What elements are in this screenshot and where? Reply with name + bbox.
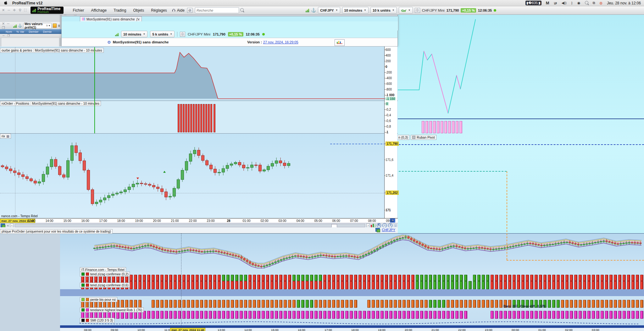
- indicator-bar: [310, 300, 313, 308]
- chart-icon[interactable]: [115, 32, 119, 36]
- indicator-chip[interactable]: SMI (120 3 5 3): [80, 318, 114, 323]
- zoom-out-icon[interactable]: −: [382, 223, 387, 228]
- indicator-bar: [138, 300, 142, 308]
- indicator-bar: [561, 281, 564, 289]
- dashed-navy-level-line[interactable]: [399, 144, 644, 145]
- indicator-bar: [526, 275, 529, 281]
- symbol-dropdown[interactable]: CHFJPY▼: [318, 7, 340, 14]
- feed-label: nance.com - Temps Réel: [0, 214, 39, 218]
- malwarebytes-icon[interactable]: M: [546, 1, 549, 5]
- indicator-bar: [482, 275, 485, 281]
- info-icon[interactable]: ⓘ: [415, 8, 420, 13]
- app-status-icon[interactable]: ▮�835;▮: [525, 1, 541, 5]
- axis-tick: -0,4: [386, 113, 391, 117]
- legend-chip-ruban-pivot[interactable]: Ruban Pivot: [411, 135, 436, 140]
- menu-item-1[interactable]: Affichage: [91, 8, 107, 13]
- backtest-chart-icon[interactable]: [370, 223, 375, 228]
- indicator-bar: [288, 275, 291, 281]
- watchlist-column[interactable]: Dernie: [43, 30, 52, 33]
- symbol-link[interactable]: CHFJPY: [382, 228, 395, 232]
- bt-units-dropdown[interactable]: 5 k unités▼: [150, 31, 175, 37]
- bt-info-icon[interactable]: ⓘ: [180, 32, 185, 37]
- watchlist-selector[interactable]: Mes valeurs préfé(1)5▼: [23, 23, 52, 29]
- hamburger-icon[interactable]: ≡: [58, 24, 60, 28]
- chart-scrollbar[interactable]: « ‹ › ⇱ − + ⍗: [0, 223, 398, 228]
- time-tick: 10:00: [137, 328, 145, 331]
- watchlist-column[interactable]: Dernier: [29, 30, 38, 33]
- popout-icon[interactable]: [375, 228, 380, 232]
- menu-item-aide[interactable]: Aide: [172, 8, 185, 13]
- units-dropdown[interactable]: 10 k unités▼: [370, 7, 397, 14]
- watchlist-window-controls[interactable]: ✕ ─ ❐: [2, 22, 12, 30]
- zoom-select-icon[interactable]: ⇱: [377, 223, 381, 228]
- menu-item-3[interactable]: Objets: [133, 8, 144, 13]
- equity-chart-button[interactable]: [335, 39, 345, 46]
- menu-item-2[interactable]: Trading: [114, 8, 126, 13]
- indicator-bar: [209, 281, 212, 289]
- watchlist-header-row[interactable]: Nom% VarDernierDernie: [0, 29, 64, 34]
- pane-separator[interactable]: [397, 119, 644, 119]
- chart-style-dropdown[interactable]: ▼: [399, 7, 413, 14]
- menubar-clock[interactable]: Jeu. 28 nov. à 12:06: [607, 1, 641, 5]
- search-icon[interactable]: [240, 8, 244, 12]
- indicator-chip[interactable]: tendance highest lowest Rob 1 (76): [80, 307, 144, 312]
- indicator-chip[interactable]: pente bis pour rsi: [80, 297, 117, 302]
- window-control-icons[interactable]: ✕ ─ ✛ ⚲ ⛶: [2, 8, 27, 12]
- indicator-bar: [332, 300, 335, 308]
- list-add-icon[interactable]: [53, 24, 57, 28]
- mention-button[interactable]: @: [187, 8, 192, 13]
- zoom-in-icon[interactable]: +: [388, 223, 392, 228]
- scrollbar-track[interactable]: [15, 224, 365, 227]
- step-left-button[interactable]: ‹: [10, 223, 14, 228]
- indicator-chip[interactable]: tend.zizag confirmee (0,2): [80, 272, 130, 277]
- dashed-teal-level-line[interactable]: [399, 171, 507, 172]
- price-axis[interactable]: 6004002000-200-400-600-800-1 000-1 1500-…: [384, 47, 397, 218]
- indicator-bar: [636, 275, 639, 281]
- link-anchor-icon[interactable]: ⚓: [311, 8, 316, 13]
- version-link[interactable]: 27 nov. 2024, 16:29:05: [263, 40, 298, 44]
- fx-icon[interactable]: ƒx: [136, 17, 140, 21]
- time-tick: 05:00: [314, 219, 322, 223]
- gear-icon[interactable]: ⚙: [107, 40, 111, 45]
- apple-menu-icon[interactable]: [4, 0, 8, 6]
- pink-bar: [441, 121, 443, 133]
- scrollbar-thumb[interactable]: [331, 224, 337, 228]
- tab-monsysteme[interactable]: MonSystème(91) sans dimanche ƒx: [80, 16, 142, 21]
- watchlist-anchor-icon[interactable]: ⚓: [18, 24, 22, 28]
- user-icon[interactable]: ◉: [577, 1, 580, 5]
- prorealtime-logo: ProRealTimePremium: [31, 7, 64, 14]
- windows-icon[interactable]: [1, 223, 5, 227]
- bluetooth-icon[interactable]: ᛒ: [571, 1, 573, 5]
- volume-icon[interactable]: ◀)): [562, 1, 567, 5]
- indicator-bar: [240, 300, 243, 308]
- menu-item-0[interactable]: Fichier: [73, 8, 84, 13]
- time-tick: 15:00: [63, 219, 71, 223]
- dashed-orange-horizontal-line[interactable]: [507, 260, 644, 261]
- legend-chip[interactable]: n (0,3): [397, 135, 409, 140]
- watchlist-column[interactable]: Nom: [6, 30, 12, 33]
- dashed-orange-vertical-line[interactable]: [507, 171, 507, 260]
- indicator-bar: [372, 275, 375, 281]
- chart-list-icon[interactable]: [306, 8, 309, 12]
- step-right-button[interactable]: ›: [366, 223, 370, 228]
- watchlist-column[interactable]: % Var: [16, 30, 24, 33]
- siri-icon[interactable]: ◍: [600, 1, 603, 5]
- rewind-icon[interactable]: «: [7, 223, 9, 227]
- timeframe-dropdown[interactable]: 10 minutes▼: [342, 7, 369, 14]
- watchlist-chart-icon[interactable]: [13, 24, 17, 28]
- indicator-bar: [231, 300, 234, 308]
- search-input[interactable]: [195, 7, 239, 13]
- bt-timeframe-dropdown[interactable]: 10 minutes▼: [121, 31, 147, 37]
- background-window-titlebar[interactable]: ─ ❐: [0, 34, 61, 38]
- bottom-time-axis[interactable]: 08:0009:0010:0011:0013:0014:0015:0016:00…: [60, 328, 644, 331]
- time-axis[interactable]: mer. 27 nov. 2024 11:40 » 13:0014:0015:0…: [0, 218, 398, 223]
- indicator-chip[interactable]: tend.zizag confirmee (0,6): [80, 283, 130, 288]
- spotlight-icon[interactable]: [585, 1, 588, 5]
- control-center-icon[interactable]: ⧉: [593, 1, 595, 5]
- axis-tick: 171,4: [386, 174, 393, 177]
- active-app-name[interactable]: ProRealTime v12: [12, 1, 43, 5]
- axis-tick: -400: [386, 76, 392, 80]
- menu-item-4[interactable]: Réglages: [151, 8, 167, 13]
- display-icon[interactable]: 🖳: [554, 1, 557, 5]
- expand-down-icon[interactable]: ⍗: [394, 223, 397, 228]
